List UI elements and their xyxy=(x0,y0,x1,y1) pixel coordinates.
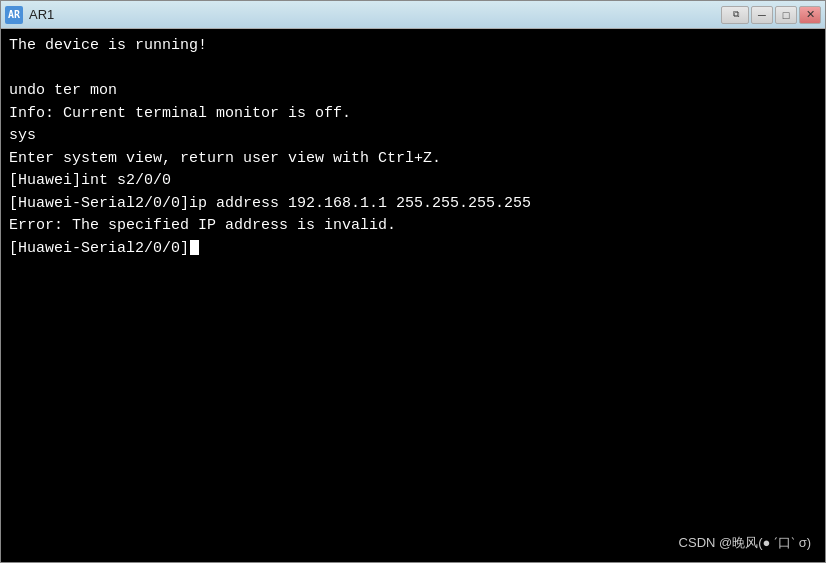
app-icon-label: AR xyxy=(8,9,20,20)
minimize-restore-button[interactable]: ⧉ xyxy=(721,6,749,24)
app-icon: AR xyxy=(5,6,23,24)
minimize-icon: ─ xyxy=(758,9,766,21)
main-window: AR AR1 ⧉ ─ □ ✕ The device is running! un… xyxy=(0,0,826,563)
terminal-area[interactable]: The device is running! undo ter mon Info… xyxy=(1,29,825,562)
close-button[interactable]: ✕ xyxy=(799,6,821,24)
minimize-restore-icon: ⧉ xyxy=(733,9,738,20)
terminal-output: The device is running! undo ter mon Info… xyxy=(9,35,817,260)
maximize-icon: □ xyxy=(783,9,790,21)
maximize-button[interactable]: □ xyxy=(775,6,797,24)
watermark: CSDN @晚风(● ˊ口ˋ σ) xyxy=(679,534,811,552)
window-controls: ⧉ ─ □ ✕ xyxy=(721,6,821,24)
window-title: AR1 xyxy=(29,7,54,22)
minimize-button[interactable]: ─ xyxy=(751,6,773,24)
terminal-cursor xyxy=(190,240,199,255)
close-icon: ✕ xyxy=(806,8,815,21)
title-bar-left: AR AR1 xyxy=(5,6,54,24)
title-bar: AR AR1 ⧉ ─ □ ✕ xyxy=(1,1,825,29)
